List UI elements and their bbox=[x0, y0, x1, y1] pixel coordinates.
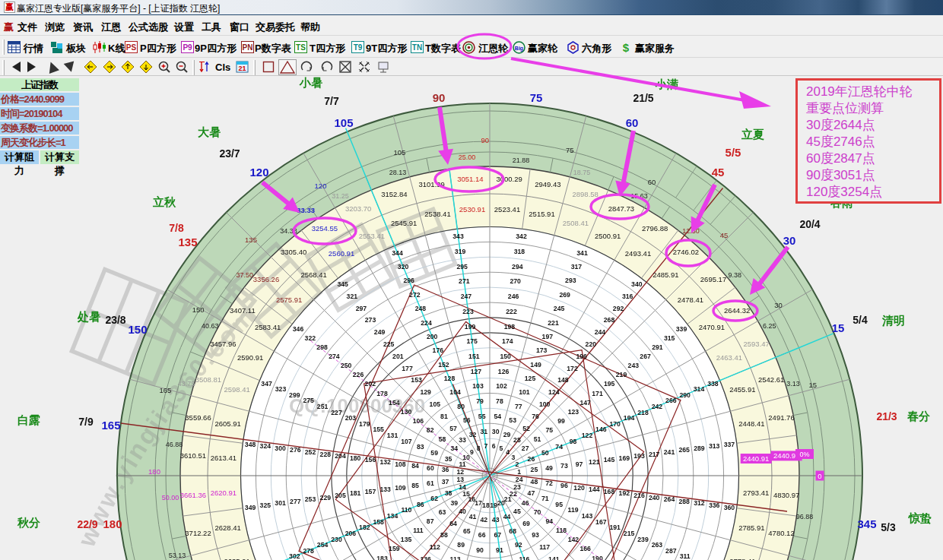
svg-text:74: 74 bbox=[555, 443, 563, 451]
svg-text:244: 244 bbox=[595, 328, 606, 336]
svg-text:2593.47: 2593.47 bbox=[744, 340, 770, 348]
svg-text:77: 77 bbox=[515, 403, 522, 410]
svg-text:311: 311 bbox=[680, 552, 691, 560]
svg-text:323: 323 bbox=[275, 385, 287, 393]
svg-text:120: 120 bbox=[315, 182, 327, 190]
svg-text:30: 30 bbox=[783, 234, 796, 247]
svg-text:252: 252 bbox=[305, 448, 316, 456]
svg-text:17: 17 bbox=[475, 499, 482, 507]
svg-text:297: 297 bbox=[356, 305, 367, 312]
svg-text:190: 190 bbox=[592, 555, 603, 560]
svg-text:28.13: 28.13 bbox=[389, 169, 407, 176]
svg-text:133: 133 bbox=[379, 486, 391, 493]
svg-text:30: 30 bbox=[492, 428, 500, 435]
svg-text:8: 8 bbox=[477, 445, 481, 452]
svg-text:25.00: 25.00 bbox=[459, 153, 476, 161]
svg-text:294: 294 bbox=[512, 263, 523, 271]
svg-text:22: 22 bbox=[510, 490, 517, 498]
svg-text:26: 26 bbox=[528, 455, 535, 463]
svg-text:272: 272 bbox=[409, 291, 421, 299]
svg-text:1: 1 bbox=[517, 468, 521, 476]
svg-text:274: 274 bbox=[329, 353, 340, 360]
svg-text:2523.41: 2523.41 bbox=[494, 205, 520, 214]
svg-text:52: 52 bbox=[522, 425, 530, 432]
svg-text:202: 202 bbox=[365, 380, 376, 388]
svg-text:91: 91 bbox=[496, 546, 503, 554]
svg-text:2478.41: 2478.41 bbox=[678, 296, 703, 304]
svg-text:15: 15 bbox=[809, 381, 818, 389]
svg-text:317: 317 bbox=[571, 263, 583, 271]
svg-text:3051.14: 3051.14 bbox=[457, 175, 483, 183]
svg-text:147: 147 bbox=[579, 399, 591, 407]
svg-text:266: 266 bbox=[665, 397, 677, 404]
svg-text:242: 242 bbox=[652, 403, 663, 410]
svg-text:43: 43 bbox=[492, 516, 500, 524]
svg-text:2440.91: 2440.91 bbox=[743, 454, 769, 463]
svg-text:220: 220 bbox=[586, 340, 597, 348]
svg-text:339: 339 bbox=[676, 325, 687, 333]
svg-text:291: 291 bbox=[652, 343, 663, 351]
svg-text:49: 49 bbox=[545, 464, 553, 472]
svg-text:2628.41: 2628.41 bbox=[215, 524, 241, 532]
svg-text:347: 347 bbox=[261, 380, 272, 388]
svg-text:21.88: 21.88 bbox=[513, 157, 530, 164]
svg-text:2785.91: 2785.91 bbox=[738, 524, 764, 532]
svg-text:45: 45 bbox=[712, 166, 725, 179]
svg-text:19: 19 bbox=[490, 501, 497, 509]
svg-text:180: 180 bbox=[148, 467, 160, 476]
svg-text:148: 148 bbox=[557, 376, 569, 384]
svg-text:75: 75 bbox=[566, 146, 574, 154]
svg-text:58: 58 bbox=[439, 435, 446, 443]
svg-text:55: 55 bbox=[478, 413, 486, 420]
svg-text:54: 54 bbox=[494, 413, 501, 420]
svg-text:2500.91: 2500.91 bbox=[595, 232, 621, 240]
svg-text:97: 97 bbox=[576, 460, 583, 468]
svg-text:2598.41: 2598.41 bbox=[224, 385, 249, 394]
svg-text:240: 240 bbox=[649, 494, 660, 501]
svg-text:18.75: 18.75 bbox=[573, 169, 591, 176]
svg-text:45: 45 bbox=[513, 508, 521, 515]
svg-text:201: 201 bbox=[392, 353, 404, 360]
svg-text:194: 194 bbox=[624, 414, 635, 422]
svg-text:2575.91: 2575.91 bbox=[276, 296, 302, 304]
svg-text:325: 325 bbox=[260, 501, 271, 509]
svg-text:175: 175 bbox=[466, 337, 478, 345]
svg-text:302: 302 bbox=[289, 552, 300, 560]
svg-text:3.13: 3.13 bbox=[786, 380, 800, 388]
svg-text:106: 106 bbox=[413, 417, 424, 425]
svg-text:174: 174 bbox=[502, 337, 513, 345]
svg-text:313: 313 bbox=[709, 442, 720, 450]
svg-text:102: 102 bbox=[496, 382, 507, 390]
svg-text:105: 105 bbox=[430, 400, 441, 408]
svg-text:342: 342 bbox=[516, 233, 527, 240]
svg-text:0%: 0% bbox=[799, 451, 809, 458]
svg-text:221: 221 bbox=[548, 319, 559, 327]
svg-text:318: 318 bbox=[514, 248, 525, 255]
svg-text:36: 36 bbox=[442, 466, 449, 473]
svg-text:135: 135 bbox=[401, 536, 412, 543]
svg-text:315: 315 bbox=[664, 334, 675, 342]
svg-text:6.25: 6.25 bbox=[763, 322, 776, 330]
svg-text:2583.41: 2583.41 bbox=[255, 323, 281, 331]
svg-text:87: 87 bbox=[427, 517, 434, 525]
svg-text:118: 118 bbox=[556, 527, 567, 534]
svg-text:大暑: 大暑 bbox=[198, 125, 221, 138]
svg-text:51: 51 bbox=[534, 435, 541, 443]
svg-text:116: 116 bbox=[519, 555, 529, 560]
svg-text:165: 165 bbox=[101, 419, 120, 432]
svg-text:112: 112 bbox=[430, 543, 440, 551]
svg-text:90: 90 bbox=[481, 136, 490, 144]
svg-text:320: 320 bbox=[398, 263, 409, 271]
svg-text:61: 61 bbox=[427, 479, 434, 487]
svg-text:150: 150 bbox=[500, 353, 511, 360]
svg-text:319: 319 bbox=[455, 248, 466, 255]
svg-text:341: 341 bbox=[576, 249, 588, 257]
svg-text:47: 47 bbox=[528, 489, 535, 497]
svg-text:180: 180 bbox=[103, 517, 122, 530]
svg-text:48: 48 bbox=[531, 478, 538, 486]
svg-text:5/5: 5/5 bbox=[726, 146, 741, 159]
svg-text:3152.84: 3152.84 bbox=[381, 190, 407, 198]
svg-text:321: 321 bbox=[347, 293, 358, 300]
svg-text:2620.91: 2620.91 bbox=[211, 489, 237, 497]
svg-text:7/7: 7/7 bbox=[324, 95, 339, 107]
